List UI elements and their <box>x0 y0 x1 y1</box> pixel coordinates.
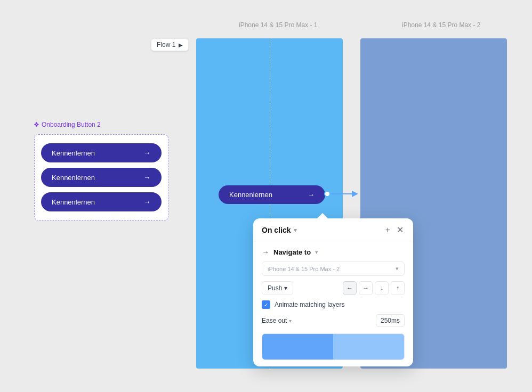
destination-chevron-icon: ▾ <box>396 265 399 272</box>
onboarding-btn1-arrow: → <box>143 149 151 157</box>
frame1-label: iPhone 14 & 15 Pro Max - 1 <box>239 21 317 29</box>
flow-play-icon: ▶ <box>179 42 183 48</box>
ease-row: Ease out ▾ 250ms <box>262 314 405 327</box>
direction-buttons: ← → ↓ ↑ <box>343 281 405 295</box>
onboarding-button-1[interactable]: Kennenlernen → <box>41 143 162 162</box>
flow-badge[interactable]: Flow 1 ▶ <box>151 38 189 51</box>
destination-row: iPhone 14 & 15 Pro Max - 2 ▾ <box>262 262 405 276</box>
onboarding-btn2-arrow: → <box>143 173 151 182</box>
onboarding-btn2-text: Kennenlernen <box>52 174 95 182</box>
destination-select[interactable]: iPhone 14 & 15 Pro Max - 2 ▾ <box>262 262 405 276</box>
onboarding-btn1-text: Kennenlernen <box>52 149 95 157</box>
push-label: Push <box>268 284 282 292</box>
popup-actions: + ✕ <box>384 225 405 235</box>
frame-kennenlernen-button[interactable]: Kennenlernen → <box>219 185 325 204</box>
canvas: iPhone 14 & 15 Pro Max - 1 iPhone 14 & 1… <box>0 0 532 392</box>
frame-btn-arrow: → <box>308 191 315 199</box>
onboarding-button-3[interactable]: Kennenlernen → <box>41 192 162 211</box>
onboarding-component: ❖ Onboarding Button 2 Kennenlernen → Ken… <box>34 134 168 220</box>
frame2-label: iPhone 14 & 15 Pro Max - 2 <box>402 21 480 29</box>
ease-label: Ease out <box>262 317 287 324</box>
direction-up-button[interactable]: ↑ <box>391 281 405 295</box>
navigate-chevron-icon[interactable]: ▾ <box>315 249 318 256</box>
direction-right-button[interactable]: → <box>359 281 373 295</box>
ease-chevron-icon: ▾ <box>289 318 292 324</box>
animate-label: Animate matching layers <box>275 301 344 308</box>
onboarding-btn3-text: Kennenlernen <box>52 198 95 206</box>
onboarding-label: ❖ Onboarding Button 2 <box>34 121 101 128</box>
animate-row: ✓ Animate matching layers <box>262 300 405 309</box>
direction-down-button[interactable]: ↓ <box>375 281 389 295</box>
flow-label: Flow 1 <box>157 41 175 48</box>
navigate-arrow-icon: → <box>262 248 269 256</box>
connection-arrow <box>331 189 362 199</box>
transition-row: Push ▾ ← → ↓ ↑ <box>262 281 405 295</box>
push-chevron-icon: ▾ <box>284 284 287 292</box>
popup-body: → Navigate to ▾ iPhone 14 & 15 Pro Max -… <box>253 241 413 333</box>
interaction-popup: On click ▾ + ✕ → Navigate to ▾ iPhone 14… <box>253 218 413 366</box>
popup-header: On click ▾ + ✕ <box>253 218 413 241</box>
add-interaction-button[interactable]: + <box>384 225 391 235</box>
preview-right <box>333 334 404 360</box>
navigate-label: Navigate to <box>273 248 311 256</box>
navigate-row: → Navigate to ▾ <box>262 248 405 256</box>
popup-title-group: On click ▾ <box>262 226 297 234</box>
preview-left <box>262 334 333 360</box>
ease-select[interactable]: Ease out ▾ <box>262 317 292 324</box>
popup-title-chevron-icon: ▾ <box>294 227 297 234</box>
onboarding-icon: ❖ <box>34 121 39 128</box>
close-popup-button[interactable]: ✕ <box>396 225 405 235</box>
animate-checkbox[interactable]: ✓ <box>262 300 270 309</box>
push-select[interactable]: Push ▾ <box>262 281 293 295</box>
destination-value: iPhone 14 & 15 Pro Max - 2 <box>268 266 340 272</box>
popup-title-text: On click <box>262 226 291 234</box>
onboarding-button-2[interactable]: Kennenlernen → <box>41 168 162 187</box>
preview-strip <box>262 333 405 360</box>
connection-dot <box>324 191 331 197</box>
onboarding-component-name: Onboarding Button 2 <box>42 121 101 128</box>
duration-value[interactable]: 250ms <box>376 314 405 327</box>
frame-btn-text: Kennenlernen <box>229 191 272 199</box>
direction-left-button[interactable]: ← <box>343 281 357 295</box>
onboarding-btn3-arrow: → <box>143 198 151 206</box>
